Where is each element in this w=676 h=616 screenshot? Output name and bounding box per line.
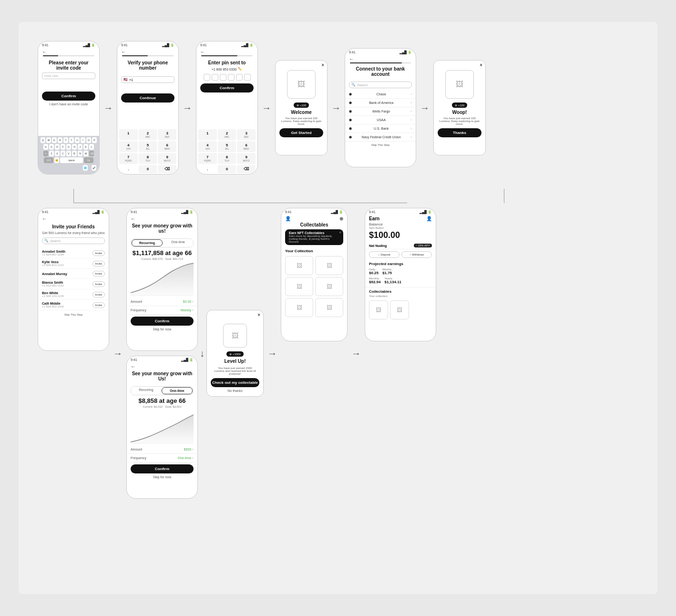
key-i[interactable]: I — [81, 137, 85, 143]
pin-num-4[interactable]: 4GHI — [198, 141, 217, 152]
bank-usaa[interactable]: ⬟ USAA › — [345, 116, 416, 124]
pin-num-del[interactable]: ⌫ — [237, 165, 256, 173]
key-mic[interactable]: 🎤 — [92, 165, 96, 171]
key-g[interactable]: G — [66, 144, 71, 150]
key-z[interactable]: Z — [49, 151, 54, 156]
grow-rec-back[interactable]: ← — [127, 215, 197, 222]
key-d[interactable]: D — [55, 144, 60, 150]
num-9[interactable]: 9WXYZ — [158, 153, 176, 164]
grow-ot-confirm[interactable]: Confirm — [131, 464, 194, 473]
back-btn-5[interactable]: ← — [345, 55, 416, 62]
tab-ot-recurring[interactable]: Recurring — [131, 387, 161, 395]
invite-btn-1[interactable]: Invite — [92, 250, 105, 256]
key-j[interactable]: J — [78, 144, 82, 150]
key-q[interactable]: Q — [41, 137, 45, 143]
invite-skip-link[interactable]: Skip This Step — [42, 313, 105, 316]
deposit-button[interactable]: ↓ Deposit — [369, 251, 399, 258]
key-x[interactable]: X — [55, 151, 60, 156]
pin-box-4[interactable] — [228, 74, 235, 81]
edit-icon[interactable]: ✏️ — [238, 67, 242, 71]
tab-recurring[interactable]: Recurring — [132, 239, 163, 246]
pin-box-3[interactable] — [220, 74, 226, 81]
levelup-close[interactable]: × — [257, 312, 260, 318]
pin-box-5[interactable] — [236, 74, 243, 81]
welcome-close[interactable]: × — [321, 62, 324, 68]
bank-usbank[interactable]: ⬟ U.S. Bank › — [345, 124, 416, 133]
collect-menu-icon[interactable]: ⊕ — [339, 216, 343, 221]
key-go[interactable]: Go — [84, 157, 93, 163]
invite-btn-6[interactable]: Invite — [92, 302, 105, 308]
bank-wells[interactable]: ⬟ Wells Fargo › — [345, 107, 416, 116]
num-6[interactable]: 6MNO — [158, 141, 176, 152]
pin-num-7[interactable]: 7PQRS — [198, 153, 217, 164]
key-s[interactable]: S — [49, 144, 54, 150]
key-123[interactable]: 123 — [44, 157, 53, 163]
withdraw-button[interactable]: ↑ Withdraw — [401, 251, 432, 258]
num-0[interactable]: 0 — [139, 165, 157, 173]
pin-num-5[interactable]: 5JKL — [218, 141, 236, 152]
key-h[interactable]: H — [72, 144, 77, 150]
num-2[interactable]: 2ABC — [139, 129, 157, 140]
bank-search-input[interactable]: 🔍 Search — [349, 82, 412, 88]
bank-skip-link[interactable]: Skip This Step — [349, 144, 412, 146]
num-3[interactable]: 3DEF — [158, 129, 176, 140]
num-4[interactable]: 4GHI — [119, 141, 138, 152]
pin-confirm-button[interactable]: Confirm — [200, 83, 254, 92]
invite-search[interactable]: 🔍 Search — [42, 237, 105, 244]
get-started-button[interactable]: Get Started — [279, 128, 323, 137]
key-delete[interactable]: ⌫ — [89, 151, 94, 156]
key-u[interactable]: U — [75, 137, 80, 143]
notif-close-btn[interactable]: × — [339, 230, 341, 235]
pin-box-2[interactable] — [212, 74, 218, 81]
key-w[interactable]: W — [46, 137, 51, 143]
continue-button[interactable]: Continue — [121, 93, 174, 103]
invite-btn-3[interactable]: Invite — [92, 271, 105, 277]
key-a[interactable]: A — [43, 144, 48, 150]
back-btn-2[interactable]: ← — [117, 48, 178, 55]
key-o[interactable]: O — [86, 137, 91, 143]
confirm-button[interactable]: Confirm — [42, 92, 95, 101]
collect-avatar-icon[interactable]: 👤 — [285, 216, 291, 221]
pin-num-0[interactable]: 0 — [218, 165, 236, 173]
key-emoji[interactable]: 😊 — [54, 157, 59, 163]
pin-num-9[interactable]: 9WXYZ — [237, 153, 256, 164]
key-space[interactable]: space — [60, 157, 83, 163]
back-btn-3[interactable]: ← — [196, 48, 257, 55]
tab-ot-onetime[interactable]: One-time — [162, 387, 193, 394]
earn-avatar-icon[interactable]: 👤 — [426, 216, 432, 221]
num-1[interactable]: 1 — [119, 129, 138, 140]
key-p[interactable]: P — [92, 137, 97, 143]
key-r[interactable]: R — [58, 137, 62, 143]
pin-box-6[interactable] — [244, 74, 251, 81]
grow-ot-back[interactable]: ← — [127, 363, 197, 370]
invite-code-input[interactable]: Invite code — [42, 72, 95, 79]
pin-num-2[interactable]: 2ABC — [218, 129, 236, 140]
grow-ot-skip[interactable]: Skip for now — [131, 475, 194, 479]
key-b[interactable]: B — [72, 151, 77, 156]
invite-back[interactable]: ← — [38, 215, 109, 222]
phone-flag-input[interactable]: 🇺🇸 +1 — [121, 76, 174, 83]
key-globe[interactable]: 🌐 — [83, 165, 88, 171]
num-5[interactable]: 5JKL — [139, 141, 157, 152]
num-7[interactable]: 7PQRS — [119, 153, 138, 164]
num-8[interactable]: 8TUV — [139, 153, 157, 164]
tab-onetime[interactable]: One-time — [163, 239, 193, 247]
key-n[interactable]: N — [78, 151, 82, 156]
levelup-check-btn[interactable]: Check out my collectable — [211, 378, 259, 387]
pin-num-3[interactable]: 3DEF — [237, 129, 256, 140]
key-c[interactable]: C — [61, 151, 65, 156]
bank-navy[interactable]: ⬟ Navy Federal Credit Union › — [345, 133, 416, 142]
key-k[interactable]: K — [83, 144, 88, 150]
bank-bofa[interactable]: ⬟ Bank of America › — [345, 99, 416, 107]
bank-chase[interactable]: ⬟ Chase › — [345, 90, 416, 99]
key-f[interactable]: F — [61, 144, 65, 150]
key-v[interactable]: V — [66, 151, 71, 156]
num-delete[interactable]: ⌫ — [158, 165, 176, 173]
thanks-button[interactable]: Thanks — [438, 128, 481, 137]
key-l[interactable]: L — [89, 144, 94, 150]
key-m[interactable]: M — [83, 151, 88, 156]
invite-btn-2[interactable]: Invite — [92, 261, 105, 267]
levelup-no-thanks[interactable]: No thanks — [211, 389, 259, 392]
key-y[interactable]: Y — [69, 137, 74, 143]
back-btn[interactable]: ← — [38, 48, 99, 55]
